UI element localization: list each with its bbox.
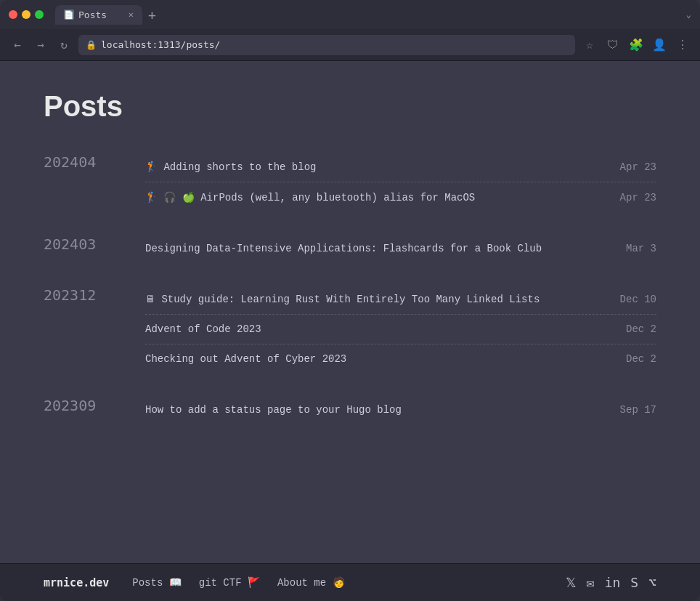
browser-titlebar: 📄 Posts ✕ + ⌄ [0, 0, 700, 29]
year-group: 202312🖥 Study guide: Learning Rust With … [44, 285, 656, 374]
post-item[interactable]: How to add a status page to your Hugo bl… [145, 395, 656, 424]
social-icons: 𝕏 ✉ in S ⌥ [566, 575, 656, 590]
year-label: 202404 [44, 152, 116, 212]
address-bar[interactable]: 🔒 localhost:1313/posts/ [78, 35, 575, 55]
post-item[interactable]: 🖥 Study guide: Learning Rust With Entire… [145, 285, 656, 315]
year-groups-container: 202404🏌️ Adding shorts to the blogApr 23… [44, 152, 656, 424]
year-group: 202403Designing Data-Intensive Applicati… [44, 234, 656, 263]
post-date: Mar 3 [613, 243, 656, 254]
year-group: 202309How to add a status page to your H… [44, 395, 656, 424]
tab-title: Posts [78, 9, 107, 20]
nav-about-link[interactable]: About me 🧑 [277, 576, 345, 589]
post-date: Apr 23 [613, 161, 656, 173]
post-title: 🏌️ 🎧 🍏 AirPods (well, any bluetooth) ali… [145, 191, 598, 203]
browser-window: 📄 Posts ✕ + ⌄ ← → ↻ 🔒 localhost:1313/pos… [0, 0, 700, 601]
post-date: Dec 2 [613, 353, 656, 365]
lock-icon: 🔒 [86, 40, 97, 50]
year-label: 202312 [44, 285, 116, 374]
post-title: Advent of Code 2023 [145, 323, 598, 335]
nav-git-ctf-link[interactable]: git CTF 🚩 [199, 576, 260, 589]
post-date: Apr 23 [613, 192, 656, 203]
tab-bar: 📄 Posts ✕ + [55, 5, 680, 25]
close-button[interactable] [9, 10, 17, 19]
url-display: localhost:1313/posts/ [101, 39, 220, 50]
post-item[interactable]: Advent of Code 2023Dec 2 [145, 315, 656, 344]
posts-list: Designing Data-Intensive Applications: F… [145, 234, 656, 263]
post-title: Checking out Advent of Cyber 2023 [145, 353, 598, 365]
site-nav: mrnice.dev Posts 📖 git CTF 🚩 About me 🧑 … [0, 563, 700, 601]
post-item[interactable]: Checking out Advent of Cyber 2023Dec 2 [145, 344, 656, 374]
page-title: Posts [44, 90, 656, 123]
stackoverflow-icon[interactable]: S [630, 575, 638, 590]
forward-button[interactable]: → [32, 38, 49, 52]
back-button[interactable]: ← [9, 38, 26, 52]
minimize-button[interactable] [22, 10, 30, 19]
bookmark-icon[interactable]: ☆ [581, 38, 598, 52]
post-title: Designing Data-Intensive Applications: F… [145, 243, 598, 254]
post-item[interactable]: 🏌️ 🎧 🍏 AirPods (well, any bluetooth) ali… [145, 182, 656, 212]
browser-toolbar: ← → ↻ 🔒 localhost:1313/posts/ ☆ 🛡 🧩 👤 ⋮ [0, 29, 700, 61]
post-item[interactable]: 🏌️ Adding shorts to the blogApr 23 [145, 152, 656, 182]
post-date: Dec 2 [613, 323, 656, 335]
twitter-icon[interactable]: 𝕏 [566, 575, 577, 590]
linkedin-icon[interactable]: in [605, 575, 621, 590]
year-label: 202403 [44, 234, 116, 263]
posts-list: 🏌️ Adding shorts to the blogApr 23🏌️ 🎧 🍏… [145, 152, 656, 212]
avatar-icon[interactable]: 👤 [651, 38, 668, 52]
reload-button[interactable]: ↻ [55, 38, 73, 52]
post-date: Sep 17 [613, 404, 656, 416]
post-date: Dec 10 [613, 294, 656, 305]
post-item[interactable]: Designing Data-Intensive Applications: F… [145, 234, 656, 263]
extensions-icon[interactable]: 🧩 [627, 38, 645, 52]
maximize-button[interactable] [35, 10, 44, 19]
menu-icon[interactable]: ⋮ [674, 38, 691, 52]
year-label: 202309 [44, 395, 116, 424]
post-title: 🏌️ Adding shorts to the blog [145, 161, 598, 173]
tab-favicon-icon: 📄 [64, 9, 74, 20]
site-brand[interactable]: mrnice.dev [44, 576, 109, 589]
toolbar-icons: ☆ 🛡 🧩 👤 ⋮ [581, 38, 691, 52]
posts-list: How to add a status page to your Hugo bl… [145, 395, 656, 424]
posts-list: 🖥 Study guide: Learning Rust With Entire… [145, 285, 656, 374]
new-tab-button[interactable]: + [148, 7, 156, 23]
tab-close-button[interactable]: ✕ [129, 9, 134, 20]
nav-posts-link[interactable]: Posts 📖 [132, 576, 181, 589]
browser-dropdown-button[interactable]: ⌄ [686, 9, 691, 20]
email-icon[interactable]: ✉ [587, 575, 595, 590]
traffic-lights [9, 10, 44, 19]
github-icon[interactable]: ⌥ [648, 575, 656, 590]
post-title: 🖥 Study guide: Learning Rust With Entire… [145, 294, 598, 305]
active-tab[interactable]: 📄 Posts ✕ [55, 5, 142, 25]
page-content: Posts 202404🏌️ Adding shorts to the blog… [0, 61, 700, 563]
year-group: 202404🏌️ Adding shorts to the blogApr 23… [44, 152, 656, 212]
post-title: How to add a status page to your Hugo bl… [145, 404, 598, 416]
shield-icon[interactable]: 🛡 [604, 38, 622, 52]
